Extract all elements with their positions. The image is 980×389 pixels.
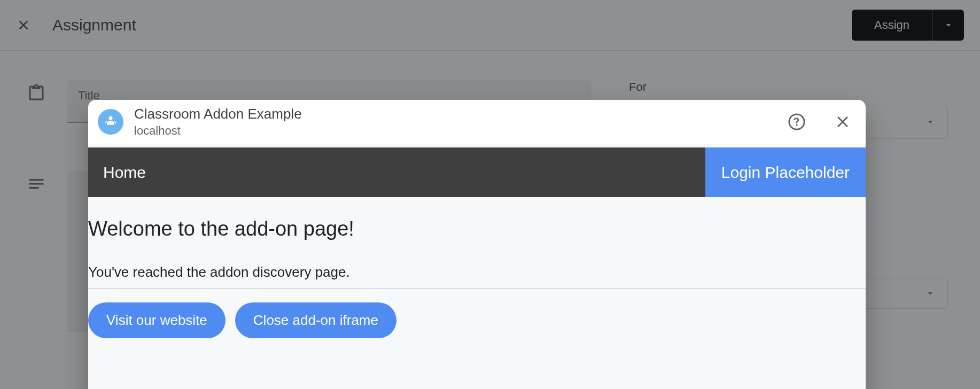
svg-point-0 — [109, 116, 113, 120]
help-icon[interactable] — [788, 113, 806, 131]
close-iframe-button[interactable]: Close add-on iframe — [235, 302, 396, 338]
addon-modal-subtitle: localhost — [134, 123, 777, 139]
addon-body-text: You've reached the addon discovery page. — [88, 264, 866, 281]
addon-modal-titles: Classroom Addon Example localhost — [134, 105, 777, 138]
nav-home[interactable]: Home — [88, 147, 705, 197]
visit-website-button[interactable]: Visit our website — [88, 302, 225, 338]
divider — [88, 288, 866, 289]
addon-modal-actions — [788, 113, 852, 131]
addon-iframe-body: Home Login Placeholder Welcome to the ad… — [88, 144, 866, 389]
close-icon[interactable] — [834, 113, 852, 131]
addon-modal: Classroom Addon Example localhost Home L… — [88, 100, 866, 389]
nav-login-placeholder[interactable]: Login Placeholder — [705, 147, 866, 197]
addon-content: Welcome to the add-on page! You've reach… — [88, 197, 866, 338]
addon-modal-title: Classroom Addon Example — [134, 105, 777, 123]
addon-button-row: Visit our website Close add-on iframe — [88, 302, 866, 338]
addon-modal-header: Classroom Addon Example localhost — [88, 100, 866, 144]
addon-icon — [98, 109, 123, 135]
addon-heading: Welcome to the add-on page! — [88, 217, 866, 240]
addon-nav: Home Login Placeholder — [88, 147, 866, 197]
